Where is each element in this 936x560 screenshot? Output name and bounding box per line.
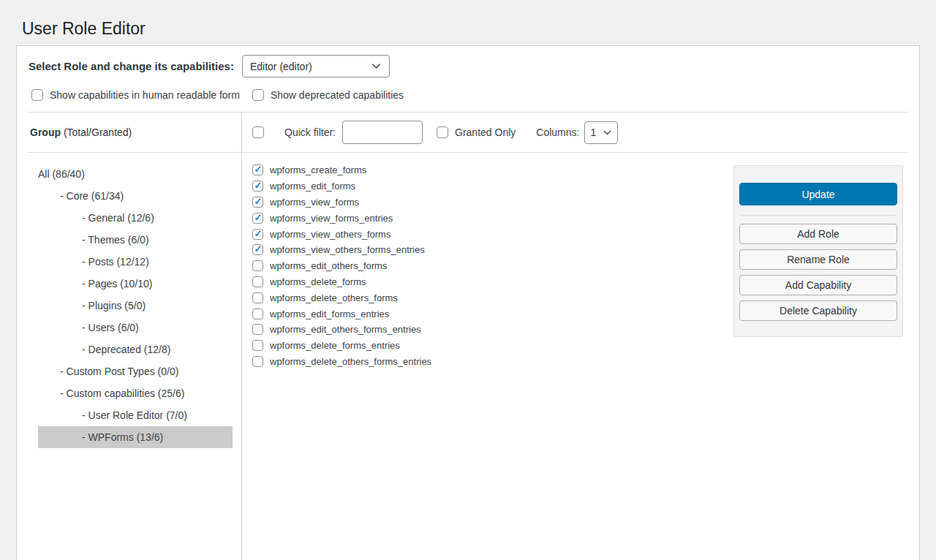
capability-row: wpforms_edit_others_forms — [252, 258, 726, 274]
quick-filter-label: Quick filter: — [284, 126, 336, 138]
capability-label: wpforms_delete_others_forms_entries — [270, 356, 431, 367]
rename-role-button[interactable]: Rename Role — [739, 249, 897, 270]
capability-checkbox[interactable] — [252, 324, 263, 335]
capability-row: wpforms_edit_forms_entries — [252, 306, 726, 322]
role-select[interactable]: Editor (editor) — [242, 55, 390, 77]
show-deprecated-checkbox[interactable] — [252, 89, 264, 101]
add-capability-button[interactable]: Add Capability — [739, 275, 897, 295]
capability-label: wpforms_edit_others_forms_entries — [270, 324, 421, 335]
group-tree-item[interactable]: - Custom capabilities (25/6) — [38, 382, 233, 404]
group-tree-item[interactable]: - Themes (6/0) — [38, 229, 233, 251]
columns-label: Columns: — [536, 126, 579, 138]
capability-label: wpforms_edit_forms — [270, 181, 355, 192]
group-tree-item[interactable]: All (86/40) — [38, 163, 233, 185]
capability-label: wpforms_view_others_forms — [270, 229, 390, 240]
capability-checkbox[interactable] — [252, 340, 263, 351]
capability-checkbox[interactable] — [252, 229, 263, 240]
human-readable-checkbox[interactable] — [31, 89, 43, 101]
capability-label: wpforms_delete_forms — [270, 276, 366, 287]
capability-label: wpforms_delete_others_forms — [270, 292, 398, 303]
columns-select[interactable]: 1 — [584, 121, 618, 144]
show-deprecated-label: Show deprecated capabilities — [271, 89, 404, 101]
capability-checkbox[interactable] — [252, 260, 263, 271]
capability-label: wpforms_edit_others_forms — [270, 260, 387, 271]
capability-checkbox[interactable] — [252, 197, 263, 208]
capability-row: wpforms_delete_others_forms_entries — [252, 354, 726, 370]
group-tree-item[interactable]: - Deprecated (12/8) — [38, 338, 233, 360]
capability-label: wpforms_delete_forms_entries — [270, 340, 400, 351]
capability-row: wpforms_create_forms — [252, 162, 726, 178]
select-role-label: Select Role and change its capabilities: — [29, 60, 234, 72]
capability-row: wpforms_delete_forms — [252, 274, 726, 290]
role-section: Select Role and change its capabilities:… — [17, 46, 919, 112]
capability-row: wpforms_view_others_forms — [252, 226, 726, 242]
capability-label: wpforms_view_forms_entries — [270, 213, 393, 224]
add-role-button[interactable]: Add Role — [739, 224, 897, 244]
group-tree-item[interactable]: - User Role Editor (7/0) — [38, 404, 233, 426]
update-button[interactable]: Update — [739, 183, 897, 205]
group-tree: All (86/40)- Core (61/34)- General (12/6… — [17, 153, 241, 448]
granted-only-label: Granted Only — [455, 126, 516, 138]
group-tree-item[interactable]: - Core (61/34) — [38, 185, 233, 207]
capabilities-column: Quick filter: Granted Only Columns: 1 wp… — [242, 113, 919, 560]
actions-divider — [740, 215, 897, 216]
capability-checkbox[interactable] — [252, 276, 263, 287]
capability-row: wpforms_edit_forms — [252, 178, 726, 194]
capability-checkbox[interactable] — [252, 356, 263, 367]
granted-only-checkbox[interactable] — [437, 126, 448, 138]
capability-checkbox[interactable] — [252, 164, 263, 175]
quick-filter-input[interactable] — [342, 121, 423, 144]
capability-row: wpforms_delete_forms_entries — [252, 338, 726, 354]
capability-label: wpforms_create_forms — [270, 164, 366, 175]
actions-panel: Update Add RoleRename RoleAdd Capability… — [733, 165, 903, 337]
capability-label: wpforms_view_forms — [270, 197, 359, 208]
group-header: Group (Total/Granted) — [28, 113, 241, 153]
filter-bar: Quick filter: Granted Only Columns: 1 — [242, 113, 907, 153]
chevron-down-icon — [371, 61, 382, 72]
capability-checkbox[interactable] — [252, 309, 263, 319]
group-tree-item[interactable]: - Plugins (5/0) — [38, 295, 233, 317]
group-tree-item[interactable]: - Posts (12/12) — [38, 251, 233, 273]
capability-label: wpforms_edit_forms_entries — [270, 309, 389, 319]
group-tree-item[interactable]: - General (12/6) — [38, 207, 233, 229]
columns-select-value: 1 — [590, 126, 596, 138]
secondary-actions: Add RoleRename RoleAdd CapabilityDelete … — [739, 224, 897, 321]
user-role-editor-panel: Select Role and change its capabilities:… — [16, 45, 920, 560]
group-tree-item[interactable]: - Custom Post Types (0/0) — [38, 360, 233, 382]
capability-checkbox[interactable] — [252, 181, 263, 192]
group-tree-item[interactable]: - Users (6/0) — [38, 317, 233, 338]
capability-row: wpforms_delete_others_forms — [252, 290, 726, 306]
delete-capability-button[interactable]: Delete Capability — [739, 300, 897, 321]
human-readable-label: Show capabilities in human readable form — [50, 89, 240, 101]
capability-row: wpforms_edit_others_forms_entries — [252, 322, 726, 338]
group-tree-item[interactable]: - WPForms (13/6) — [38, 426, 233, 448]
capability-checkbox[interactable] — [252, 213, 263, 224]
capability-checkbox[interactable] — [252, 244, 263, 255]
capability-checkbox[interactable] — [252, 292, 263, 303]
capability-row: wpforms_view_forms — [252, 194, 726, 211]
groups-column: Group (Total/Granted) All (86/40)- Core … — [17, 113, 242, 560]
capabilities-list: wpforms_create_formswpforms_edit_formswp… — [242, 153, 733, 377]
chevron-down-icon — [603, 128, 612, 137]
page-title: User Role Editor — [0, 0, 936, 39]
capability-row: wpforms_view_others_forms_entries — [252, 242, 726, 258]
role-select-value: Editor (editor) — [250, 61, 312, 72]
capability-label: wpforms_view_others_forms_entries — [270, 244, 425, 255]
group-tree-item[interactable]: - Pages (10/10) — [38, 273, 233, 295]
capability-row: wpforms_view_forms_entries — [252, 210, 726, 226]
select-all-checkbox[interactable] — [252, 126, 264, 138]
